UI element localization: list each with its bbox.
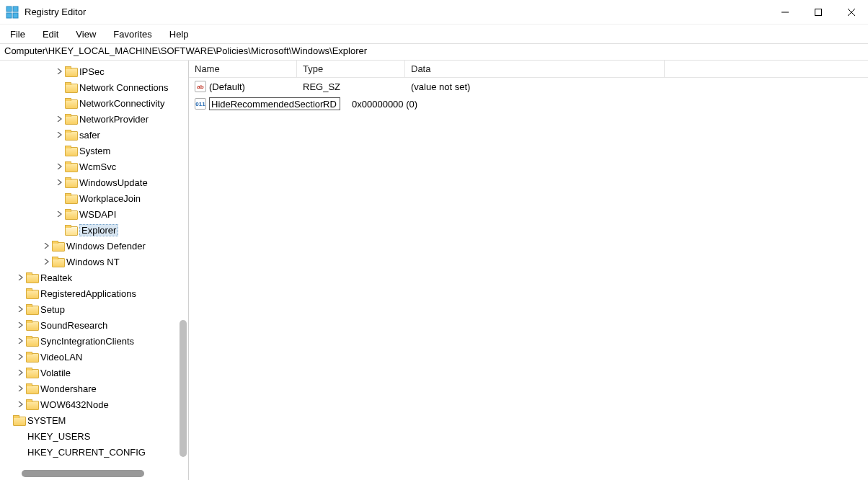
chevron-right-icon[interactable] (42, 257, 52, 267)
folder-icon (65, 161, 76, 172)
tree-item-label: NetworkConnectivity (79, 98, 165, 109)
column-header-name[interactable]: Name (189, 61, 297, 77)
tree-item[interactable]: SyncIntegrationClients (0, 333, 188, 349)
address-bar[interactable]: Computer\HKEY_LOCAL_MACHINE\SOFTWARE\Pol… (0, 43, 868, 61)
tree-item[interactable]: WSDAPI (0, 206, 188, 222)
tree-item-label: Volatile (40, 368, 71, 378)
tree-item[interactable]: Realtek (0, 270, 188, 285)
tree-item[interactable]: NetworkConnectivity (0, 95, 188, 111)
column-header-data[interactable]: Data (405, 61, 665, 77)
tree-item[interactable]: Network Connections (0, 79, 188, 95)
tree-item[interactable]: System (0, 143, 188, 159)
tree-item-label: Windows NT (66, 257, 120, 267)
menu-help[interactable]: Help (162, 27, 196, 41)
regedit-app-icon (6, 6, 19, 19)
close-button[interactable] (835, 0, 868, 25)
tree-item-label: SoundResearch (40, 320, 107, 331)
menu-file[interactable]: File (3, 27, 32, 41)
folder-icon (65, 209, 76, 219)
folder-icon (26, 399, 37, 409)
tree-item[interactable]: Setup (0, 301, 188, 317)
folder-icon (65, 146, 76, 156)
value-name: (Default) (209, 81, 245, 92)
chevron-right-icon[interactable] (55, 114, 65, 124)
minimize-button[interactable] (769, 0, 802, 25)
tree-item-label: WindowsUpdate (79, 177, 148, 188)
list-row[interactable]: 011 RD 0x00000000 (0) (189, 95, 868, 112)
list-row[interactable]: ab (Default) REG_SZ (value not set) (189, 78, 868, 95)
chevron-right-icon[interactable] (16, 320, 26, 330)
tree-item[interactable]: safer (0, 127, 188, 143)
chevron-right-icon[interactable] (42, 241, 52, 251)
tree-vertical-scrollbar-thumb[interactable] (180, 320, 187, 457)
tree-item-label: Windows Defender (66, 241, 146, 252)
tree-item-label: safer (79, 130, 100, 141)
chevron-right-icon[interactable] (55, 66, 65, 76)
value-type: REG_SZ (297, 81, 405, 92)
tree-item-label: HKEY_CURRENT_CONFIG (27, 447, 146, 458)
tree-item[interactable]: SYSTEM (0, 412, 188, 428)
tree-item[interactable]: RegisteredApplications (0, 285, 188, 301)
menu-view[interactable]: View (68, 27, 103, 41)
value-rename-input[interactable] (209, 97, 340, 110)
tree-item-label: VideoLAN (40, 352, 82, 363)
tree-item[interactable]: Explorer (0, 222, 188, 238)
folder-icon (26, 352, 37, 362)
folder-icon (26, 304, 37, 314)
menu-favorites[interactable]: Favorites (106, 27, 159, 41)
tree-item-label: Setup (40, 304, 65, 315)
menu-edit[interactable]: Edit (35, 27, 66, 41)
chevron-right-icon[interactable] (55, 209, 65, 219)
tree-pane[interactable]: IPSecNetwork ConnectionsNetworkConnectiv… (0, 61, 189, 480)
tree-item-label: Wondershare (40, 383, 97, 394)
folder-icon (65, 114, 76, 124)
tree-item[interactable]: HKEY_CURRENT_CONFIG (0, 444, 188, 460)
chevron-right-icon[interactable] (55, 130, 65, 140)
svg-rect-1 (13, 6, 18, 12)
folder-icon (13, 415, 25, 425)
tree-horizontal-scrollbar-thumb[interactable] (22, 470, 144, 477)
tree-item[interactable]: HKEY_USERS (0, 428, 188, 444)
chevron-right-icon[interactable] (16, 383, 26, 394)
chevron-right-icon[interactable] (16, 399, 26, 409)
maximize-button[interactable] (802, 0, 835, 25)
chevron-right-icon[interactable] (16, 352, 26, 362)
tree-item[interactable]: Windows NT (0, 254, 188, 270)
tree-item-label: WOW6432Node (40, 399, 109, 410)
tree-item[interactable]: VideoLAN (0, 349, 188, 365)
chevron-right-icon[interactable] (16, 272, 26, 283)
dword-value-icon: 011 (195, 98, 206, 110)
chevron-right-icon[interactable] (55, 161, 65, 172)
tree-item-label: System (79, 146, 110, 156)
list-pane[interactable]: Name Type Data ab (Default) REG_SZ (valu… (189, 61, 868, 480)
tree-item[interactable]: WindowsUpdate (0, 174, 188, 190)
tree-item-label: RegisteredApplications (40, 288, 136, 299)
folder-icon (65, 82, 76, 92)
tree-item[interactable]: WcmSvc (0, 159, 188, 174)
folder-icon (26, 288, 37, 298)
folder-icon (65, 98, 76, 108)
main-split: IPSecNetwork ConnectionsNetworkConnectiv… (0, 61, 868, 480)
chevron-right-icon[interactable] (16, 304, 26, 314)
column-header-type[interactable]: Type (297, 61, 405, 77)
chevron-right-icon[interactable] (55, 177, 65, 187)
tree-item[interactable]: Volatile (0, 365, 188, 381)
tree-item[interactable]: IPSec (0, 63, 188, 79)
tree-item[interactable]: Windows Defender (0, 238, 188, 254)
svg-rect-0 (6, 6, 12, 12)
chevron-right-icon[interactable] (16, 368, 26, 378)
folder-icon (52, 241, 63, 251)
tree-item[interactable]: SoundResearch (0, 317, 188, 333)
list-header: Name Type Data (189, 61, 868, 78)
tree-item-label: SyncIntegrationClients (40, 336, 134, 347)
folder-icon (65, 225, 76, 235)
tree-item[interactable]: WorkplaceJoin (0, 190, 188, 206)
folder-icon (26, 383, 37, 394)
tree-item[interactable]: NetworkProvider (0, 111, 188, 127)
folder-icon (52, 257, 63, 267)
tree-item[interactable]: Wondershare (0, 381, 188, 396)
folder-icon (65, 130, 76, 140)
window-title: Registry Editor (25, 6, 86, 17)
chevron-right-icon[interactable] (16, 336, 26, 346)
tree-item[interactable]: WOW6432Node (0, 396, 188, 412)
